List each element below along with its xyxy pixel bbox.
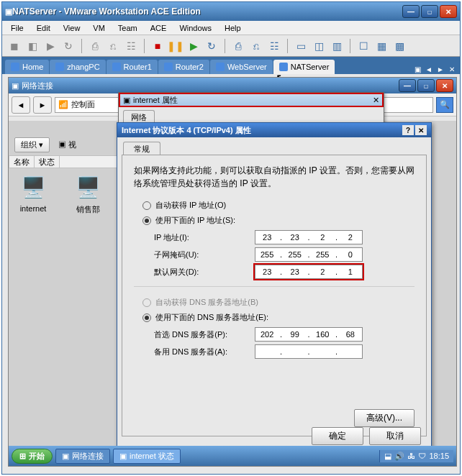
column-headers[interactable]: 名称 状态 <box>9 155 124 168</box>
snap-go-icon[interactable]: ⎌ <box>248 38 264 54</box>
extra3-icon[interactable]: ▩ <box>391 38 407 54</box>
help-button[interactable]: ? <box>402 125 414 135</box>
tab-next-icon[interactable]: ► <box>435 64 445 74</box>
maximize-button[interactable]: ☐ <box>421 5 438 18</box>
tray-icon[interactable]: 🔊 <box>394 452 404 461</box>
tab-zhangpc[interactable]: zhangPC <box>50 60 105 74</box>
suspend-icon[interactable]: ◧ <box>24 38 40 54</box>
menu-file[interactable]: File <box>5 22 30 34</box>
adapter-sales[interactable]: 销售部 <box>68 173 108 215</box>
vm-icon <box>112 63 121 71</box>
dns1-input[interactable]: 202. 99. 160. 68 <box>255 327 363 342</box>
view1-icon[interactable]: ▭ <box>293 38 309 54</box>
snap-mgr-icon[interactable]: ☷ <box>123 38 139 54</box>
reset-icon[interactable]: ↻ <box>60 38 76 54</box>
radio-auto-dns-label: 自动获得 DNS 服务器地址(B) <box>155 297 258 308</box>
view3-icon[interactable]: ▥ <box>329 38 345 54</box>
close-button[interactable]: ✕ <box>440 5 457 18</box>
fwd-button[interactable]: ► <box>33 96 52 114</box>
cycle-icon[interactable]: ↻ <box>204 38 219 54</box>
propwin-close-button[interactable]: ✕ <box>373 96 379 105</box>
snap-take-icon[interactable]: ⎙ <box>230 38 246 54</box>
ipv4-properties-window: Internet 协议版本 4 (TCP/IPv4) 属性 ? ✕ 常规 如果网… <box>117 122 432 453</box>
radio-auto-dns <box>142 298 151 307</box>
pause-icon[interactable]: ❚❚ <box>168 38 184 54</box>
radio-use-ip[interactable] <box>142 216 151 225</box>
radio-use-dns[interactable] <box>142 313 151 322</box>
extra1-icon[interactable]: ☐ <box>355 38 371 54</box>
play-icon[interactable]: ▶ <box>186 38 201 54</box>
tab-router1[interactable]: Router1 <box>107 60 158 74</box>
view-toggle[interactable]: ▣ 视 <box>58 139 76 150</box>
menu-ace[interactable]: ACE <box>145 22 173 34</box>
tray-icon[interactable]: ⬓ <box>384 452 391 461</box>
tray-icon[interactable]: 🖧 <box>407 452 415 460</box>
vm-icon <box>279 63 288 71</box>
status-icon: ▣ <box>119 452 127 461</box>
menu-help[interactable]: Help <box>219 22 247 34</box>
snap-list-icon[interactable]: ☷ <box>266 38 282 54</box>
menubar: File Edit View VM Team ACE Windows Help <box>2 21 460 35</box>
tab-new-icon[interactable]: ▣ <box>412 64 422 74</box>
menu-edit[interactable]: Edit <box>31 22 56 34</box>
tab-general[interactable]: 常规 <box>123 142 160 155</box>
windows-logo-icon: ⊞ <box>19 452 26 461</box>
start-button[interactable]: ⊞ 开始 <box>12 449 53 464</box>
menu-view[interactable]: View <box>58 22 86 34</box>
dns1-label: 首选 DNS 服务器(P): <box>154 329 255 340</box>
vm-icon: ▣ <box>5 7 12 17</box>
ip-address-input[interactable]: 23. 23. 2. 2 <box>255 230 363 244</box>
advanced-button[interactable]: 高级(V)... <box>354 409 415 427</box>
propwin-titlebar[interactable]: ▣ internet 属性 ✕ <box>119 93 384 107</box>
subnet-mask-input[interactable]: 255. 255. 255. 0 <box>255 247 363 262</box>
revert-icon[interactable]: ⎌ <box>105 38 121 54</box>
ok-button[interactable]: 确定 <box>312 427 363 445</box>
dns2-input[interactable]: . . . <box>255 344 363 359</box>
netwin-max-button[interactable]: ☐ <box>417 79 435 92</box>
netwin-min-button[interactable]: — <box>399 79 416 92</box>
ip-label: IP 地址(I): <box>154 232 255 243</box>
cancel-button[interactable]: 取消 <box>369 427 421 445</box>
menu-vm[interactable]: VM <box>87 22 111 34</box>
view2-icon[interactable]: ◫ <box>311 38 327 54</box>
netwin-titlebar[interactable]: ▣ 网络连接 — ☐ ✕ <box>9 78 456 93</box>
tab-network[interactable]: 网络 <box>123 110 155 123</box>
search-button[interactable]: 🔍 <box>436 97 453 113</box>
system-tray[interactable]: ⬓ 🔊 🖧 🛡 18:15 <box>379 450 453 462</box>
tab-home[interactable]: Home <box>5 60 49 74</box>
adapter-internet[interactable]: internet <box>13 173 53 215</box>
menu-team[interactable]: Team <box>112 22 143 34</box>
ipwin-close-button[interactable]: ✕ <box>415 125 427 135</box>
power-on-icon[interactable]: ▶ <box>42 38 58 54</box>
tab-router2[interactable]: Router2 <box>158 60 209 74</box>
folder-icon: 📶 <box>58 100 68 109</box>
radio-auto-ip[interactable] <box>142 201 151 210</box>
ipwin-titlebar[interactable]: Internet 协议版本 4 (TCP/IPv4) 属性 ? ✕ <box>117 123 431 137</box>
dns2-label: 备用 DNS 服务器(A): <box>154 347 255 357</box>
minimize-button[interactable]: — <box>402 5 420 18</box>
back-button[interactable]: ◄ <box>12 96 30 114</box>
col-name[interactable]: 名称 <box>9 156 35 168</box>
tab-close-icon[interactable]: ✕ <box>447 64 457 74</box>
tab-natserver[interactable]: NATServer <box>273 60 335 74</box>
menu-windows[interactable]: Windows <box>173 22 217 34</box>
extra2-icon[interactable]: ▦ <box>373 38 389 54</box>
tray-icon[interactable]: 🛡 <box>418 452 426 460</box>
power-off-icon[interactable]: ◼ <box>6 38 22 54</box>
stop-icon[interactable]: ■ <box>150 38 166 54</box>
vm-icon <box>216 63 225 71</box>
window-icon: ▣ <box>12 81 19 91</box>
gateway-input[interactable]: 23. 23. 2. 1 <box>255 265 363 279</box>
tab-prev-icon[interactable]: ◄ <box>424 64 434 74</box>
gateway-label: 默认网关(D): <box>154 267 255 278</box>
clock[interactable]: 18:15 <box>429 452 449 460</box>
netwin-close-button[interactable]: ✕ <box>436 79 453 92</box>
col-status[interactable]: 状态 <box>35 156 60 168</box>
organize-button[interactable]: 组织 ▾ <box>14 137 50 152</box>
snapshot-icon[interactable]: ⎙ <box>87 38 103 54</box>
taskbar-item[interactable]: ▣ 网络连接 <box>55 449 110 464</box>
taskbar-item[interactable]: ▣ internet 状态 <box>113 449 181 464</box>
tab-webserver[interactable]: WebServer <box>210 60 273 74</box>
home-icon <box>11 63 19 71</box>
vmware-titlebar: ▣ NATServer - VMware Workstation ACE Edi… <box>2 2 460 21</box>
